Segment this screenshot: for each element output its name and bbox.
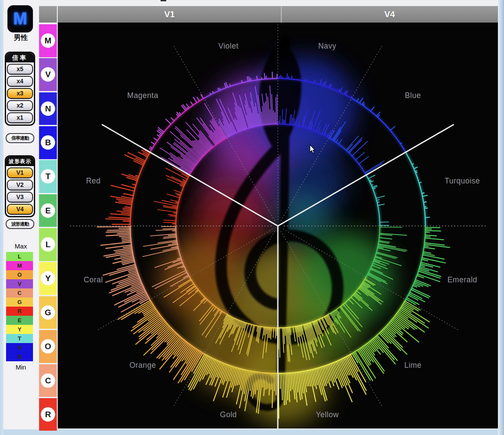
color-scale-legend: LMOVCGREYTNB (6, 252, 33, 361)
note-strip-cell-e: E (39, 194, 57, 227)
note-strip-cell-n: N (39, 92, 57, 125)
note-strip-letter-c: C (41, 373, 55, 388)
app-logo-letter: M (13, 10, 27, 28)
segment-label-violet: Violet (218, 42, 238, 50)
note-strip-cell-m: M (39, 24, 57, 57)
waveform-link-button[interactable]: 波形連動 (6, 219, 34, 229)
waveform-group: 波形表示 V1V2V3V4 (5, 155, 35, 217)
note-strip-cell-r: R (39, 398, 57, 431)
segment-label-magenta: Magenta (127, 91, 158, 100)
scale-row-r: R (6, 307, 33, 316)
waveform-button-v4[interactable]: V4 (7, 204, 33, 215)
scale-row-t: T (6, 334, 33, 343)
note-strip-cell-t: T (39, 160, 57, 193)
window-title-fragment (161, 0, 166, 1)
segment-label-coral: Coral (84, 275, 103, 284)
segment-label-blue: Blue (405, 91, 421, 100)
voice-type-label: 男性 (3, 33, 38, 43)
note-strip-letter-b: B (41, 135, 55, 150)
magnification-link-button[interactable]: 倍率連動 (6, 133, 34, 143)
note-strip-letter-l: L (41, 237, 55, 252)
segment-label-navy: Navy (318, 42, 336, 50)
note-color-strip: MVNBTELYGOCR (39, 23, 57, 431)
scale-row-v: V (6, 279, 33, 288)
waveform-button-v2[interactable]: V2 (7, 180, 33, 190)
scale-row-g: G (6, 298, 33, 307)
segment-label-yellow: Yellow (316, 410, 339, 419)
magnification-buttons: x5x4x3x2x1 (6, 64, 34, 123)
note-strip-letter-r: R (41, 407, 55, 422)
app-logo-m-icon: M (7, 5, 33, 33)
note-strip-cell-c: C (39, 364, 57, 397)
scale-row-l: L (6, 252, 33, 261)
window-left-border (0, 0, 3, 435)
note-strip-cell-y: Y (39, 262, 57, 295)
note-strip-cell-g: G (39, 296, 57, 329)
scale-row-e: E (6, 316, 33, 325)
note-strip-letter-n: N (41, 101, 55, 116)
note-strip-letter-o: O (41, 339, 55, 353)
spectrum-visualization: TurquoiseBlueNavyVioletMagentaRedCoralOr… (58, 23, 498, 428)
header-label-v1: V1 (58, 6, 281, 23)
waveform-buttons: V1V2V3V4 (6, 167, 34, 215)
scale-row-m: M (6, 261, 33, 270)
segment-label-red: Red (86, 177, 101, 185)
scale-row-b: B (6, 352, 33, 361)
note-strip-cell-o: O (39, 330, 57, 363)
waveform-group-title: 波形表示 (6, 157, 34, 166)
segment-label-turquoise: Turquoise (445, 177, 480, 185)
segment-label-orange: Orange (129, 361, 156, 370)
note-strip-cell-v: V (39, 58, 57, 91)
note-strip-letter-y: Y (41, 271, 55, 285)
magnification-button-x3[interactable]: x3 (7, 88, 33, 99)
note-strip-letter-g: G (41, 305, 55, 320)
spectrum-visualization-canvas: TurquoiseBlueNavyVioletMagentaRedCoralOr… (58, 23, 498, 428)
header-label-v4: V4 (281, 6, 498, 23)
segment-label-emerald: Emerald (448, 275, 478, 284)
magnification-button-x5[interactable]: x5 (7, 64, 33, 75)
note-strip-cell-l: L (39, 228, 57, 261)
note-strip-cell-b: B (39, 126, 57, 159)
waveform-button-v3[interactable]: V3 (7, 192, 33, 203)
scale-row-o: O (6, 270, 33, 279)
note-strip-letter-t: T (41, 169, 55, 183)
scale-row-n: N (6, 343, 33, 352)
scale-max-label: Max (3, 242, 38, 250)
waveform-button-v1[interactable]: V1 (7, 167, 33, 178)
note-strip-letter-v: V (41, 67, 55, 82)
scale-min-label: Min (3, 363, 38, 371)
segment-label-lime: Lime (404, 361, 422, 370)
magnification-button-x2[interactable]: x2 (7, 100, 33, 111)
scale-row-y: Y (6, 325, 33, 334)
note-strip-letter-m: M (41, 33, 55, 48)
magnification-group: 倍率 x5x4x3x2x1 (5, 52, 35, 126)
note-strip-letter-e: E (41, 203, 55, 218)
window-bottom-border (3, 429, 498, 435)
header-bar: V1 V4 (58, 6, 498, 23)
magnification-group-title: 倍率 (6, 53, 34, 62)
scale-row-c: C (6, 288, 33, 298)
magnification-button-x1[interactable]: x1 (7, 112, 33, 123)
window-top-strip (38, 0, 498, 6)
segment-label-gold: Gold (220, 410, 237, 419)
window-right-border (498, 0, 504, 435)
header-corner-square (39, 6, 57, 23)
magnification-button-x4[interactable]: x4 (7, 76, 33, 87)
